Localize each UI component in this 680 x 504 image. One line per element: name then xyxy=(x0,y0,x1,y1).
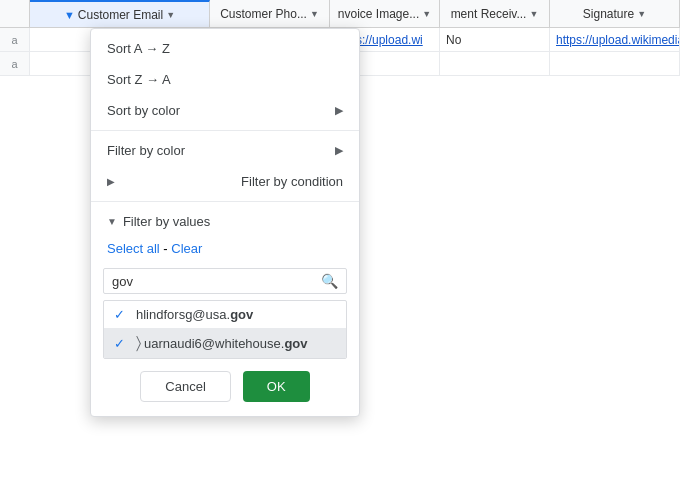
sort-by-color-label: Sort by color xyxy=(107,103,180,118)
filter-by-values-label: Filter by values xyxy=(123,214,210,229)
column-header-m[interactable]: Signature ▼ xyxy=(550,0,680,27)
cell-l-2 xyxy=(440,52,550,75)
cell-l-1: No xyxy=(440,28,550,51)
filter-by-color-item[interactable]: Filter by color ▶ xyxy=(91,135,359,166)
search-input[interactable] xyxy=(112,274,321,289)
filter-by-values-header[interactable]: ▼ Filter by values xyxy=(91,206,359,237)
filter-by-color-label: Filter by color xyxy=(107,143,185,158)
column-header-i[interactable]: ▼ Customer Email ▼ xyxy=(30,0,210,27)
list-item[interactable]: ✓ 〉 uarnaudi6@whitehouse.gov xyxy=(104,328,346,358)
ok-button[interactable]: OK xyxy=(243,371,310,402)
column-j-arrow: ▼ xyxy=(310,9,319,19)
menu-divider-1 xyxy=(91,130,359,131)
column-i-label: Customer Email xyxy=(78,8,163,22)
row-number-2: a xyxy=(0,52,30,75)
column-m-label: Signature xyxy=(583,7,634,21)
value-text-1: hlindforsg@usa.gov xyxy=(136,307,253,322)
column-i-arrow: ▼ xyxy=(166,10,175,20)
row-number-header xyxy=(0,0,30,27)
select-links-row: Select all - Clear xyxy=(91,237,359,264)
sort-by-color-item[interactable]: Sort by color ▶ xyxy=(91,95,359,126)
row-number-1: a xyxy=(0,28,30,51)
checkmark-icon-2: ✓ xyxy=(114,336,128,351)
filter-dropdown: Sort A → Z Sort Z → A Sort by color ▶ Fi… xyxy=(90,28,360,417)
sort-a-z-item[interactable]: Sort A → Z xyxy=(91,33,359,64)
cell-m-2 xyxy=(550,52,680,75)
select-links-separator: - xyxy=(160,241,172,256)
search-box: 🔍 xyxy=(103,268,347,294)
column-m-arrow: ▼ xyxy=(637,9,646,19)
filter-by-condition-item[interactable]: ▶ Filter by condition xyxy=(91,166,359,197)
sort-z-a-label: Sort Z → A xyxy=(107,72,171,87)
column-k-arrow: ▼ xyxy=(422,9,431,19)
bottom-buttons-row: Cancel OK xyxy=(91,359,359,412)
values-expand-triangle: ▼ xyxy=(107,216,117,227)
sort-z-a-item[interactable]: Sort Z → A xyxy=(91,64,359,95)
column-l-label: ment Receiv... xyxy=(451,7,527,21)
column-header-k[interactable]: nvoice Image... ▼ xyxy=(330,0,440,27)
sort-a-z-label: Sort A → Z xyxy=(107,41,170,56)
value-text-2: uarnaudi6@whitehouse.gov xyxy=(144,336,308,351)
header-row: ▼ Customer Email ▼ Customer Pho... ▼ nvo… xyxy=(0,0,680,28)
filter-active-icon: ▼ xyxy=(64,9,75,21)
column-header-j[interactable]: Customer Pho... ▼ xyxy=(210,0,330,27)
condition-expand-triangle: ▶ xyxy=(107,176,115,187)
cell-m-1: https://upload.wikimedia xyxy=(550,28,680,51)
select-all-link[interactable]: Select all xyxy=(107,241,160,256)
list-item[interactable]: ✓ hlindforsg@usa.gov xyxy=(104,301,346,328)
filter-by-condition-label: Filter by condition xyxy=(241,174,343,189)
column-k-label: nvoice Image... xyxy=(338,7,419,21)
column-header-l[interactable]: ment Receiv... ▼ xyxy=(440,0,550,27)
clear-link[interactable]: Clear xyxy=(171,241,202,256)
menu-divider-2 xyxy=(91,201,359,202)
filter-by-color-arrow: ▶ xyxy=(335,144,343,157)
cursor-icon: 〉 xyxy=(136,334,141,352)
value-list: ✓ hlindforsg@usa.gov ✓ 〉 uarnaudi6@white… xyxy=(103,300,347,359)
sort-by-color-arrow: ▶ xyxy=(335,104,343,117)
search-icon: 🔍 xyxy=(321,273,338,289)
cancel-button[interactable]: Cancel xyxy=(140,371,230,402)
column-l-arrow: ▼ xyxy=(529,9,538,19)
column-j-label: Customer Pho... xyxy=(220,7,307,21)
checkmark-icon-1: ✓ xyxy=(114,307,128,322)
